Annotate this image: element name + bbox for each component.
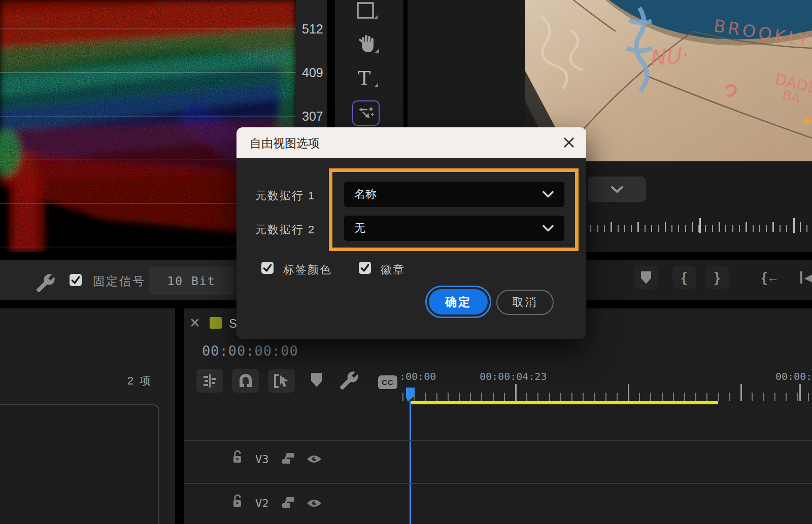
label-color-label: 标签颜色 xyxy=(283,262,332,277)
scope-scale-307: 307 xyxy=(302,109,327,124)
dialog-body: 元数据行 1 名称 元数据行 2 无 标签颜色 xyxy=(236,158,586,339)
magnet-icon xyxy=(238,373,253,389)
checkmark-icon xyxy=(262,263,273,273)
close-icon[interactable] xyxy=(562,136,576,149)
cancel-button[interactable]: 取消 xyxy=(496,290,554,315)
cc-icon: CC xyxy=(382,378,394,387)
timeline-settings-wrench-button[interactable] xyxy=(339,370,359,393)
dialog-title: 自由视图选项 xyxy=(250,135,320,151)
scope-wrench-icon[interactable] xyxy=(36,273,56,295)
badge-checkbox[interactable] xyxy=(359,262,371,274)
rectangle-tool-flyout-icon xyxy=(374,15,378,19)
go-to-in-button[interactable]: { ← xyxy=(759,266,782,289)
rectangle-tool[interactable] xyxy=(356,2,375,21)
marker-icon xyxy=(311,373,322,387)
ruler-label-0: :00:00 xyxy=(399,370,436,382)
program-ruler-medium-ticks xyxy=(584,222,812,232)
track-v3-lock-icon[interactable] xyxy=(231,450,244,466)
linked-selection-button[interactable] xyxy=(268,369,295,393)
project-panel: 2 项 xyxy=(0,308,175,524)
timeline-ruler-major-tick xyxy=(628,384,629,401)
track-v2-lock-icon[interactable] xyxy=(231,494,244,510)
program-ruler-major-tick xyxy=(699,218,701,233)
close-panel-icon[interactable] xyxy=(190,318,200,328)
sequence-tab-label[interactable]: S xyxy=(229,317,237,331)
metadata-row-1-value: 名称 xyxy=(354,187,542,202)
dialog-title-bar: 自由视图选项 xyxy=(236,127,586,158)
mark-out-button[interactable]: } xyxy=(705,266,729,289)
orange-spot xyxy=(803,118,810,124)
step-back-button[interactable]: ◀ xyxy=(796,266,812,289)
type-tool-flyout-icon xyxy=(374,83,378,87)
program-zoom-dropdown[interactable] xyxy=(588,177,646,202)
metadata-row-2-dropdown[interactable]: 无 xyxy=(344,216,564,241)
freeform-view-options-dialog: 自由视图选项 元数据行 1 名称 元数据行 2 无 xyxy=(236,127,586,339)
track-v2-label[interactable]: V2 xyxy=(255,497,269,510)
work-area-bar[interactable] xyxy=(410,401,718,404)
chevron-down-icon xyxy=(542,191,554,198)
linked-selection-icon xyxy=(274,373,290,389)
timeline-display-settings-button[interactable] xyxy=(196,369,223,393)
ok-button-focus-ring: 确定 xyxy=(425,286,491,318)
go-to-in-brace: { xyxy=(762,270,767,286)
program-time-ruler[interactable] xyxy=(584,218,812,235)
add-marker-button[interactable] xyxy=(634,266,658,289)
marker-icon xyxy=(641,271,651,284)
project-item-count: 2 项 xyxy=(96,373,152,389)
label-color-checkbox[interactable] xyxy=(261,262,274,274)
bit-depth-dropdown[interactable]: 10 Bit xyxy=(149,267,234,295)
scope-scale-512: 512 xyxy=(302,22,327,37)
arrow-left-icon: ← xyxy=(767,270,779,285)
clamp-signal-checkbox[interactable] xyxy=(70,274,82,286)
track-separator xyxy=(184,440,812,441)
hand-tool[interactable] xyxy=(358,33,376,56)
project-freeform-area[interactable] xyxy=(0,404,159,524)
step-back-icon: ◀ xyxy=(804,269,812,286)
scope-scale-409: 409 xyxy=(302,65,327,80)
program-ruler-major-tick xyxy=(793,218,795,233)
checkmark-icon xyxy=(71,275,81,285)
metadata-row-1-dropdown[interactable]: 名称 xyxy=(344,182,564,207)
wrench-icon xyxy=(339,370,359,391)
captions-button[interactable]: CC xyxy=(378,375,397,389)
ruler-label-1: 00:00:04:23 xyxy=(480,370,547,382)
mark-in-button[interactable]: { xyxy=(672,266,696,289)
ruler-label-2: 00:00:09:2 xyxy=(775,370,812,382)
transform-tool-selected-outline xyxy=(352,100,380,126)
track-v3-eye-icon[interactable] xyxy=(306,454,322,466)
chevron-down-icon xyxy=(542,225,554,232)
timeline-ruler-major-tick xyxy=(740,384,742,401)
mark-in-icon: { xyxy=(682,270,687,286)
track-v3-target-icon[interactable] xyxy=(281,452,295,467)
svg-text:NU·: NU· xyxy=(648,42,689,71)
mark-out-icon: } xyxy=(715,270,720,286)
track-v2-target-icon[interactable] xyxy=(281,497,295,511)
metadata-row-2-value: 无 xyxy=(354,221,542,236)
timeline-settings-icon xyxy=(202,373,218,389)
track-v3-label[interactable]: V3 xyxy=(255,453,269,466)
timeline-ruler-ticks[interactable] xyxy=(402,393,812,401)
ok-button[interactable]: 确定 xyxy=(429,289,488,315)
track-separator xyxy=(184,483,812,484)
timeline-ruler-major-tick xyxy=(515,384,517,401)
sequence-tab-color xyxy=(210,317,222,329)
transform-tool[interactable] xyxy=(358,106,375,124)
checkmark-icon xyxy=(360,263,370,273)
playhead-line xyxy=(410,401,411,524)
timeline-timecode[interactable]: 00:00:00:00 xyxy=(202,343,298,359)
timeline-add-marker-button[interactable] xyxy=(311,373,322,387)
timeline-ruler-major-tick xyxy=(799,384,801,401)
snap-button[interactable] xyxy=(232,369,259,393)
clamp-signal-label: 固定信号 xyxy=(93,273,146,289)
metadata-row-2-label: 元数据行 2 xyxy=(255,222,331,237)
step-back-bar xyxy=(800,271,802,284)
chevron-down-icon xyxy=(611,186,624,193)
timeline-panel: S 00:00:00:00 xyxy=(184,308,812,524)
hand-tool-flyout-icon xyxy=(375,49,379,53)
type-tool[interactable]: T xyxy=(358,68,370,88)
premiere-app-window: 512 409 307 T xyxy=(0,0,812,524)
track-v2-eye-icon[interactable] xyxy=(306,498,322,510)
metadata-row-1-label: 元数据行 1 xyxy=(255,188,331,203)
badge-label: 徽章 xyxy=(381,262,405,277)
